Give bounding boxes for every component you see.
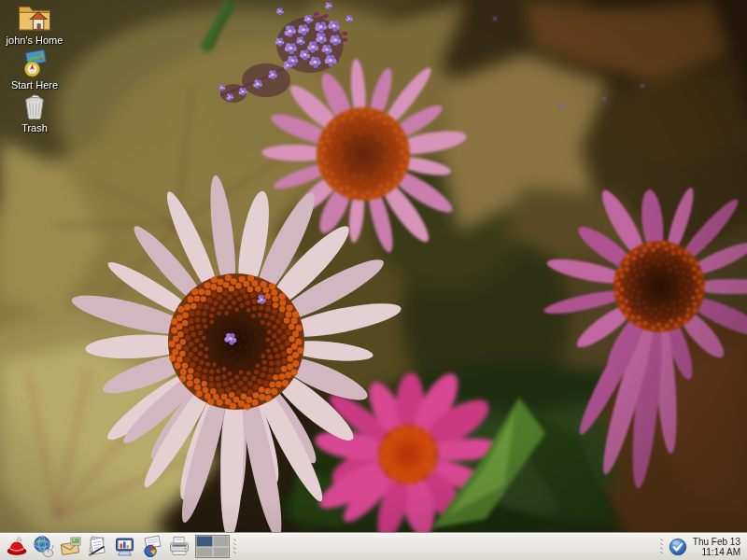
main-menu-button[interactable]	[4, 534, 29, 559]
workspace-cell-active[interactable]	[197, 537, 213, 547]
desktop-icon-trash[interactable]: Trash	[0, 92, 69, 133]
desktop-icon-label: Trash	[21, 122, 48, 133]
clock-time: 11:14 AM	[693, 547, 740, 557]
email-launcher[interactable]	[58, 534, 83, 559]
slide-bar-chart-icon	[113, 535, 137, 559]
spreadsheet-launcher[interactable]	[139, 534, 164, 559]
panel-drag-handle[interactable]	[232, 536, 239, 558]
presentation-launcher[interactable]	[112, 534, 137, 559]
globe-mouse-icon	[32, 535, 56, 559]
workspace-grid-icon	[195, 535, 230, 558]
start-here-compass-icon	[20, 49, 50, 77]
vignette-overlay	[0, 0, 747, 560]
trash-can-icon	[21, 92, 49, 120]
wallpaper-coneflowers-photo	[0, 0, 747, 560]
taskbar-panel: Thu Feb 13 11:14 AM	[0, 532, 747, 560]
web-browser-launcher[interactable]	[31, 534, 56, 559]
clock-date: Thu Feb 13	[693, 537, 740, 547]
desktop-icon-start-here[interactable]: Start Here	[0, 49, 69, 91]
workspace-switcher[interactable]	[195, 535, 230, 558]
documents-pen-icon	[86, 535, 110, 559]
printer-icon	[167, 535, 191, 559]
home-folder-icon	[17, 2, 52, 33]
drag-handle-icon	[232, 536, 239, 558]
clock-applet[interactable]: Thu Feb 13 11:14 AM	[690, 537, 743, 557]
workspace-cell[interactable]	[214, 548, 229, 557]
desktop-icon-label: Start Here	[11, 79, 58, 91]
print-manager-launcher[interactable]	[166, 534, 191, 559]
blue-check-sphere-icon	[669, 538, 687, 556]
sheet-pie-chart-icon	[140, 535, 164, 559]
envelope-photo-icon	[59, 535, 83, 559]
desktop-icon-johns-home[interactable]: john's Home	[0, 2, 69, 46]
red-hat-icon	[5, 535, 29, 559]
desktop-surface: john's Home Start Here Trash	[0, 0, 747, 532]
panel-drag-handle-right[interactable]	[658, 536, 666, 558]
update-notifier-button[interactable]	[668, 537, 688, 557]
drag-handle-icon	[658, 536, 666, 558]
workspace-cell[interactable]	[197, 548, 213, 557]
desktop-icon-label: john's Home	[7, 35, 63, 46]
word-processor-launcher[interactable]	[85, 534, 110, 559]
workspace-cell[interactable]	[214, 537, 229, 547]
